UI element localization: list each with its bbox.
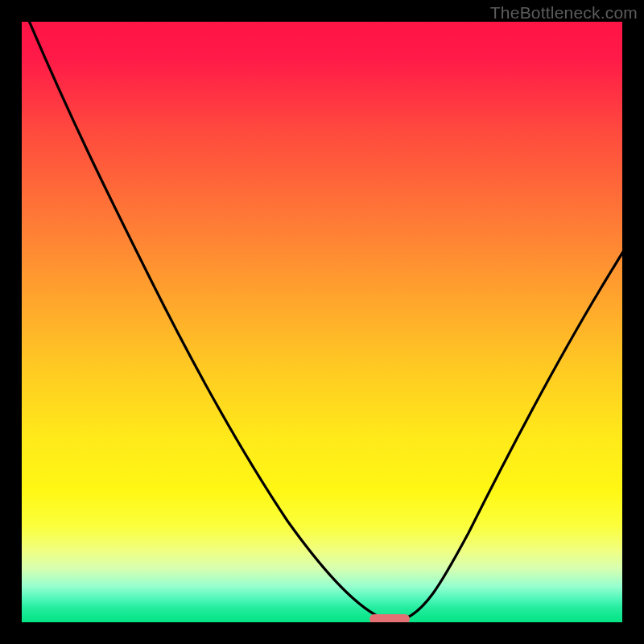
curve-svg	[22, 22, 622, 622]
optimal-marker	[369, 614, 410, 622]
plot-area	[22, 22, 622, 622]
chart-frame: TheBottleneck.com	[0, 0, 644, 644]
bottleneck-curve	[23, 22, 622, 621]
watermark-text: TheBottleneck.com	[490, 3, 638, 23]
